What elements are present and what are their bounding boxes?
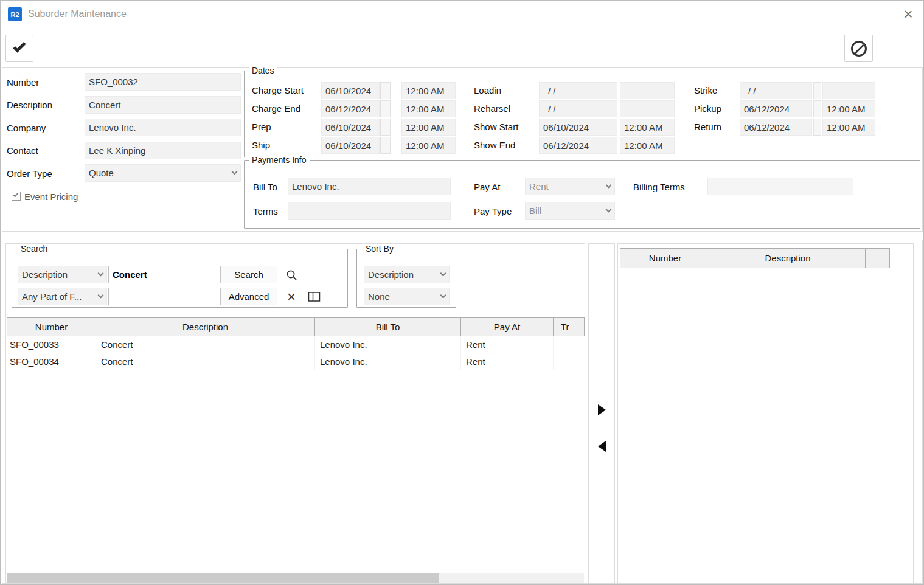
table-row[interactable]: SFO_00034 Concert Lenovo Inc. Rent [7,353,585,370]
charge-start-date-picker-button[interactable] [380,82,391,99]
prep-date-field[interactable]: 06/10/2024 [321,119,380,136]
charge-end-time-field[interactable]: 12:00 AM [401,100,456,117]
results-header-description[interactable]: Description [96,317,315,336]
pay-at-dropdown[interactable]: Rent [525,178,615,195]
show-start-label: Show Start [474,122,518,132]
sort-primary-dropdown[interactable]: Description [364,266,450,283]
loadin-time-field[interactable] [620,82,675,99]
show-end-date-field[interactable]: 06/12/2024 [539,137,617,154]
show-end-time-field[interactable]: 12:00 AM [620,137,675,154]
horizontal-scrollbar[interactable] [7,573,584,583]
search-icon [286,269,297,281]
dates-title: Dates [249,66,277,75]
chevron-down-icon [440,271,446,277]
cell-payat: Rent [461,336,554,353]
search-match-dropdown[interactable]: Any Part of F... [18,288,107,305]
description-label: Description [7,100,52,110]
number-label: Number [7,77,39,88]
table-row[interactable]: SFO_00033 Concert Lenovo Inc. Rent [7,336,585,353]
ship-time-field[interactable]: 12:00 AM [401,137,456,154]
close-button[interactable]: × [900,5,917,22]
target-header-filler [865,248,890,268]
return-date-field[interactable]: 06/12/2024 [740,119,812,136]
reharsel-time-field[interactable] [620,100,675,117]
loadin-date-field[interactable]: / / [539,82,617,99]
cancel-button[interactable] [844,35,873,62]
search-button[interactable]: Search [220,266,277,283]
split-window-icon [308,291,321,302]
return-date-picker-button[interactable] [813,119,821,136]
order-type-dropdown[interactable]: Quote [85,164,241,182]
prep-date-picker-button[interactable] [380,119,391,136]
left-arrow-icon [598,441,606,452]
split-view-button[interactable] [304,288,324,305]
results-header-billto[interactable]: Bill To [314,317,461,336]
pay-at-label: Pay At [474,182,500,192]
sort-secondary-value: None [368,291,390,302]
contact-label: Contact [7,145,38,156]
confirm-button[interactable] [5,35,33,62]
search-query2-input[interactable] [108,288,218,305]
event-pricing-label: Event Pricing [24,192,78,202]
pay-type-dropdown[interactable]: Bill [525,202,615,220]
strike-date-picker-button[interactable] [813,82,821,99]
window-title: Suborder Maintenance [28,9,127,19]
show-start-time-field[interactable]: 12:00 AM [620,119,675,136]
event-pricing-checkbox[interactable] [12,192,21,201]
target-table-body[interactable] [620,269,911,580]
target-header-number[interactable]: Number [620,248,710,268]
ship-label: Ship [252,140,270,150]
terms-field[interactable] [288,202,451,220]
charge-end-date-picker-button[interactable] [380,100,391,117]
pay-type-value: Bill [529,206,541,216]
strike-date-field[interactable]: / / [740,82,812,99]
order-type-label: Order Type [7,168,52,179]
billing-terms-field[interactable] [707,178,853,195]
contact-field[interactable]: Lee K Xinping [85,142,241,159]
bill-to-field[interactable]: Lenovo Inc. [288,178,451,195]
target-table-header: Number Description [620,248,890,268]
cancel-icon [851,41,867,57]
ship-date-picker-button[interactable] [380,137,391,154]
pickup-label: Pickup [694,103,721,114]
show-start-date-field[interactable]: 06/10/2024 [539,119,617,136]
target-header-description[interactable]: Description [710,248,866,268]
bill-to-label: Bill To [253,182,277,192]
results-table: Number Description Bill To Pay At Tr SFO… [7,317,585,370]
scrollbar-thumb[interactable] [7,573,439,583]
charge-start-time-field[interactable]: 12:00 AM [401,82,456,99]
results-header-tr[interactable]: Tr [553,317,585,336]
pickup-date-picker-button[interactable] [813,100,821,117]
pickup-time-field[interactable]: 12:00 AM [822,100,875,117]
company-field[interactable]: Lenovo Inc. [85,119,241,136]
search-lookup-button[interactable] [282,266,301,283]
return-time-field[interactable]: 12:00 AM [822,119,875,136]
search-field-value: Description [22,269,68,280]
chevron-down-icon [606,182,612,189]
suborder-maintenance-window: R2 Suborder Maintenance × Number SFO_000… [0,0,924,585]
search-query-input[interactable]: Concert [108,266,218,283]
pickup-date-field[interactable]: 06/12/2024 [740,100,812,117]
search-field-dropdown[interactable]: Description [18,266,107,283]
charge-end-label: Charge End [252,103,300,114]
sortby-title: Sort By [363,244,397,254]
move-left-button[interactable] [594,438,610,454]
search-match-value: Any Part of F... [22,291,82,302]
results-header-payat[interactable]: Pay At [460,317,554,336]
sort-secondary-dropdown[interactable]: None [364,288,450,305]
description-field[interactable]: Concert [85,96,241,114]
charge-end-date-field[interactable]: 06/12/2024 [321,100,380,117]
cell-tr [554,336,585,353]
results-header-number[interactable]: Number [7,317,96,336]
sort-primary-value: Description [368,269,414,280]
advanced-button[interactable]: Advanced [220,288,277,305]
strike-time-field[interactable] [822,82,875,99]
number-field[interactable]: SFO_00032 [85,73,241,91]
charge-start-date-field[interactable]: 06/10/2024 [321,82,380,99]
reharsel-date-field[interactable]: / / [539,100,617,117]
ship-date-field[interactable]: 06/10/2024 [321,137,380,154]
clear-search-button[interactable]: × [282,288,301,305]
loadin-label: Loadin [474,85,501,95]
move-right-button[interactable] [594,402,610,418]
prep-time-field[interactable]: 12:00 AM [401,119,456,136]
